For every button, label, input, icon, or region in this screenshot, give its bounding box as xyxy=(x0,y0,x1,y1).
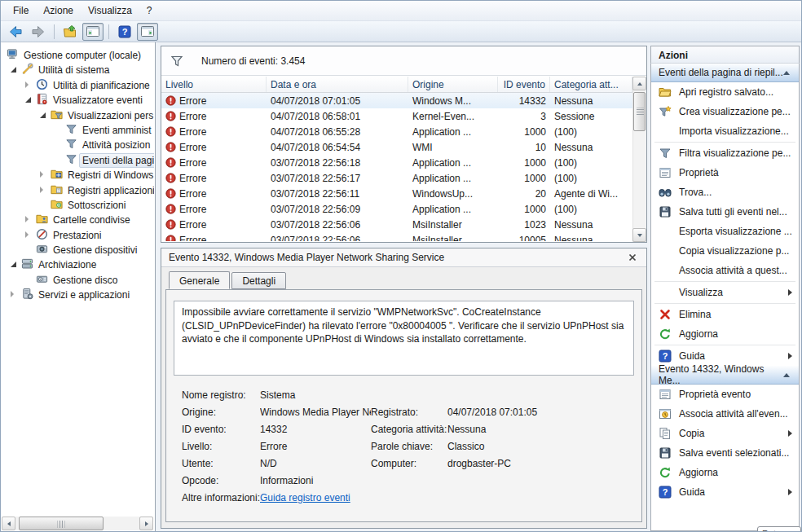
detail-field-value: Windows Media Player Netw xyxy=(260,407,371,418)
tree-item-eventi-amminist[interactable]: Eventi amminist xyxy=(1,122,154,137)
menu-azione[interactable]: Azione xyxy=(36,2,81,20)
event-row[interactable]: Errore03/07/2018 22:56:06MsiInstaller102… xyxy=(161,217,632,232)
back-button[interactable] xyxy=(5,23,26,41)
scrollbar-thumb[interactable] xyxy=(633,92,646,131)
action-salva-eventi-selezionati[interactable]: Salva eventi selezionati... xyxy=(651,443,799,463)
action-associa-attivita-all-even[interactable]: Associa attività all'even... xyxy=(651,404,799,424)
event-list-vertical-scrollbar[interactable] xyxy=(632,77,646,242)
action-importa-visualizzazione[interactable]: Importa visualizzazione... xyxy=(651,121,799,141)
event-row[interactable]: Errore03/07/2018 22:56:06MsiInstaller100… xyxy=(161,232,632,241)
event-row[interactable]: Errore04/07/2018 07:01:05Windows M...143… xyxy=(161,93,632,108)
tree-item-gestione-disco[interactable]: Gestione disco xyxy=(1,272,154,287)
event-row[interactable]: Errore03/07/2018 22:56:18Application ...… xyxy=(161,155,632,170)
action-crea-visualizzazione-pe[interactable]: Crea visualizzazione pe... xyxy=(651,102,799,121)
event-row[interactable]: Errore03/07/2018 22:56:09Application ...… xyxy=(161,201,632,217)
collapse-arrow-icon[interactable] xyxy=(11,67,16,73)
action-esporta-visualizzazione[interactable]: Esporta visualizzazione ... xyxy=(651,222,799,241)
tree-item-registri-di-windows[interactable]: Registri di Windows xyxy=(1,167,154,182)
tree-item-attivita-posizion[interactable]: Attività posizion xyxy=(1,137,154,152)
action-aggiorna[interactable]: Aggiorna xyxy=(651,324,799,344)
expand-arrow-icon[interactable] xyxy=(40,187,43,193)
expand-arrow-icon[interactable] xyxy=(25,216,29,222)
tree-item-gestione-dispositivi[interactable]: Gestione dispositivi xyxy=(1,242,154,257)
scroll-up-button[interactable] xyxy=(632,77,646,90)
tree-item-visualizzazioni-pers[interactable]: Visualizzazioni pers xyxy=(1,108,154,122)
event-date-cell: 03/07/2018 22:56:06 xyxy=(267,235,408,242)
action-copia[interactable]: Copia xyxy=(651,424,799,443)
action-proprieta-evento[interactable]: Proprietà evento xyxy=(651,385,799,404)
event-log-help-link[interactable]: Guida registro eventi xyxy=(260,492,371,503)
expand-arrow-icon[interactable] xyxy=(25,81,29,88)
action-visualizza[interactable]: Visualizza xyxy=(651,283,799,302)
menu-help[interactable]: ? xyxy=(139,2,160,20)
forward-button[interactable] xyxy=(28,23,49,41)
collapse-arrow-icon[interactable] xyxy=(11,262,16,267)
left-arrow-icon xyxy=(7,521,11,526)
tree-item-label: Prestazioni xyxy=(50,228,104,243)
scrollbar-thumb[interactable] xyxy=(19,517,104,530)
tree-item-archiviazione[interactable]: Archiviazione xyxy=(1,257,154,271)
tree-item-registri-applicazioni[interactable]: Registri applicazioni xyxy=(1,182,154,197)
actions-section-header[interactable]: Eventi della pagina di riepil... xyxy=(651,64,799,82)
show-action-pane-button[interactable] xyxy=(137,23,158,41)
event-row[interactable]: Errore04/07/2018 06:55:28Application ...… xyxy=(161,124,632,139)
action-proprieta[interactable]: Proprietà xyxy=(651,163,799,182)
event-id-cell: 1000 xyxy=(498,157,550,169)
column-header-categoria-att[interactable]: Categoria att... xyxy=(550,77,632,92)
expand-arrow-icon[interactable] xyxy=(11,291,14,297)
scroll-right-button[interactable] xyxy=(139,517,153,530)
action-filtra-visualizzazione-pe[interactable]: Filtra visualizzazione pe... xyxy=(651,143,799,163)
tree-item-visualizzatore-eventi[interactable]: Visualizzatore eventi xyxy=(1,92,154,107)
tree-item-sottoscrizioni[interactable]: Sottoscrizioni xyxy=(1,197,154,212)
tree-item-label: Utilità di pianificazione xyxy=(50,78,153,93)
action-item-label: Copia xyxy=(679,428,704,439)
column-header-livello[interactable]: Livello xyxy=(161,77,267,92)
column-header-id-evento[interactable]: ID evento xyxy=(498,77,550,92)
detail-field-row: Altre informazioni:Guida registro eventi xyxy=(174,489,634,506)
event-row[interactable]: Errore04/07/2018 06:54:54WMI10Nessuna xyxy=(161,139,632,155)
action-associa-attivita-a-quest[interactable]: Associa attività a quest... xyxy=(651,261,799,280)
scroll-left-button[interactable] xyxy=(2,517,15,530)
event-row[interactable]: Errore04/07/2018 06:58:01Kernel-Even...3… xyxy=(161,108,632,124)
expand-arrow-icon[interactable] xyxy=(25,231,29,238)
actions-section-header[interactable]: Evento 14332, Windows Me... xyxy=(651,366,799,385)
tree-horizontal-scrollbar[interactable] xyxy=(2,517,153,530)
expand-arrow-icon[interactable] xyxy=(40,171,43,178)
event-category-cell: Nessuna xyxy=(550,95,632,107)
tree-item-utilita-di-sistema[interactable]: Utilità di sistema xyxy=(1,62,154,77)
scroll-down-button[interactable] xyxy=(632,228,646,242)
column-header-data-e-ora[interactable]: Data e ora xyxy=(267,77,408,92)
actions-separator xyxy=(654,303,795,304)
tree-item-prestazioni[interactable]: Prestazioni xyxy=(1,227,154,242)
tree-item-label: Attività posizion xyxy=(79,138,153,152)
action-apri-registro-salvato[interactable]: Apri registro salvato... xyxy=(651,82,799,102)
close-button[interactable] xyxy=(626,251,639,264)
services-icon xyxy=(21,288,34,301)
tree-item-servizi-e-applicazioni[interactable]: Servizi e applicazioni xyxy=(1,287,154,301)
tree-item-gestione-computer-locale[interactable]: Gestione computer (locale) xyxy=(1,47,154,62)
export-list-button[interactable] xyxy=(59,23,81,41)
tree-item-utilita-di-pianificazione[interactable]: Utilità di pianificazione xyxy=(1,77,154,92)
tree-item-eventi-della-pagi[interactable]: Eventi della pagi xyxy=(1,152,154,167)
tab-dettagli[interactable]: Dettagli xyxy=(231,272,286,289)
event-fields: Nome registro:SistemaOrigine:Windows Med… xyxy=(174,386,634,506)
tree-item-cartelle-condivise[interactable]: Cartelle condivise xyxy=(1,212,154,226)
action-guida[interactable]: ?Guida xyxy=(651,482,799,502)
column-header-origine[interactable]: Origine xyxy=(408,77,498,92)
collapse-arrow-icon[interactable] xyxy=(25,97,31,103)
menu-file[interactable]: File xyxy=(6,2,36,20)
event-row[interactable]: Errore03/07/2018 22:56:11WindowsUp...20A… xyxy=(161,186,632,201)
action-trova[interactable]: Trova... xyxy=(651,182,799,202)
tree-item-label: Utilità di sistema xyxy=(35,63,112,77)
help-button[interactable]: ? xyxy=(114,23,135,41)
show-console-tree-button[interactable] xyxy=(82,23,104,41)
actions-list: Eventi della pagina di riepil...Apri reg… xyxy=(650,64,800,531)
action-aggiorna[interactable]: Aggiorna xyxy=(651,463,799,482)
action-elimina[interactable]: Elimina xyxy=(651,305,799,324)
tab-generale[interactable]: Generale xyxy=(169,271,230,289)
collapse-arrow-icon[interactable] xyxy=(40,112,46,118)
event-row[interactable]: Errore03/07/2018 22:56:17Application ...… xyxy=(161,170,632,186)
action-copia-visualizzazione-p[interactable]: Copia visualizzazione p... xyxy=(651,241,799,261)
menu-visualizza[interactable]: Visualizza xyxy=(81,2,139,20)
action-salva-tutti-gli-eventi-nel[interactable]: Salva tutti gli eventi nel... xyxy=(651,202,799,222)
